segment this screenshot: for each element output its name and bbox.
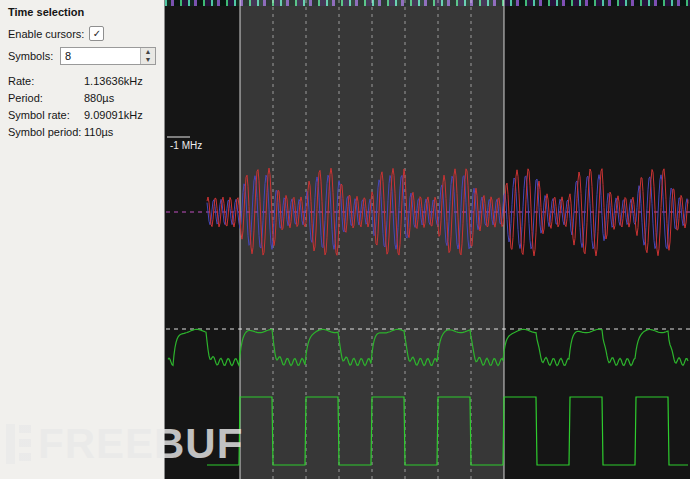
symbols-row: Symbols: ▲ ▼	[8, 47, 156, 65]
period-value: 880µs	[84, 92, 114, 104]
rate-label: Rate:	[8, 75, 84, 87]
symbols-spinbox: ▲ ▼	[60, 47, 156, 65]
enable-cursors-row: Enable cursors: ✓	[8, 26, 156, 41]
time-selection-region[interactable]	[240, 0, 504, 479]
rate-value: 1.13636kHz	[84, 75, 143, 87]
signal-plot-area[interactable]: -1 MHz	[165, 0, 690, 479]
symbol-rate-label: Symbol rate:	[8, 109, 84, 121]
time-selection-panel: Time selection Enable cursors: ✓ Symbols…	[0, 0, 165, 479]
spinbox-buttons: ▲ ▼	[140, 48, 155, 64]
symbols-label: Symbols:	[8, 50, 60, 62]
rate-row: Rate: 1.13636kHz	[8, 75, 156, 87]
symbol-rate-row: Symbol rate: 9.09091kHz	[8, 109, 156, 121]
app-window: Time selection Enable cursors: ✓ Symbols…	[0, 0, 690, 479]
frequency-axis-label: -1 MHz	[170, 140, 202, 151]
enable-cursors-checkbox[interactable]: ✓	[89, 26, 104, 41]
spin-up-button[interactable]: ▲	[141, 48, 155, 56]
enable-cursors-label: Enable cursors:	[8, 28, 84, 40]
symbol-period-row: Symbol period: 110µs	[8, 126, 156, 138]
symbol-period-label: Symbol period:	[8, 126, 84, 138]
spin-down-button[interactable]: ▼	[141, 56, 155, 64]
panel-title: Time selection	[8, 6, 156, 18]
check-icon: ✓	[93, 29, 101, 39]
symbol-period-value: 110µs	[84, 126, 113, 138]
symbol-rate-value: 9.09091kHz	[84, 109, 143, 121]
period-row: Period: 880µs	[8, 92, 156, 104]
symbols-input[interactable]	[61, 48, 140, 64]
period-label: Period:	[8, 92, 84, 104]
